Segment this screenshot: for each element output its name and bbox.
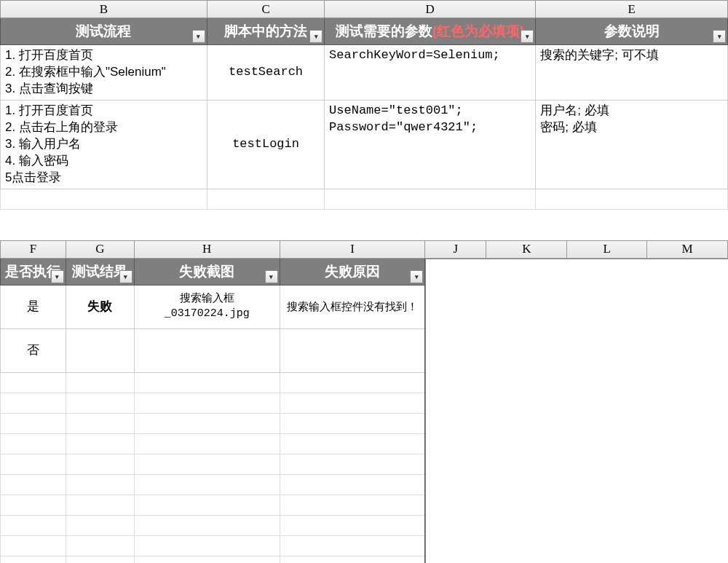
cell-params[interactable]: SearchKeyWord=Selenium;: [325, 45, 536, 101]
table-row[interactable]: 1. 打开百度首页 2. 点击右上角的登录 3. 输入用户名 4. 输入密码 5…: [1, 100, 728, 189]
cell-process[interactable]: 1. 打开百度首页 2. 点击右上角的登录 3. 输入用户名 4. 输入密码 5…: [1, 100, 207, 189]
header-desc[interactable]: 参数说明 ▾: [536, 18, 728, 45]
header-result[interactable]: 测试结果 ▾: [66, 258, 134, 285]
header-process[interactable]: 测试流程 ▾: [1, 18, 207, 45]
header-params-text: 测试需要的参数: [336, 23, 432, 39]
table-row[interactable]: 1. 打开百度首页 2. 在搜索框中输入"Selenium" 3. 点击查询按键…: [1, 45, 728, 101]
col-letter-H[interactable]: H: [134, 240, 280, 258]
filter-icon[interactable]: ▾: [521, 30, 534, 43]
cell-result[interactable]: [66, 328, 134, 372]
filter-icon[interactable]: ▾: [410, 270, 423, 283]
column-letters-row: B C D E: [1, 1, 728, 18]
cell-desc[interactable]: 用户名; 必填 密码; 必填: [536, 100, 728, 189]
header-desc-text: 参数说明: [604, 23, 660, 39]
header-method[interactable]: 脚本中的方法 ▾: [207, 18, 324, 45]
col-letter-D[interactable]: D: [325, 1, 536, 18]
col-letter-G[interactable]: G: [66, 240, 134, 258]
cell-exec[interactable]: 是: [1, 285, 66, 328]
cell-screenshot[interactable]: [134, 328, 280, 372]
cell-method[interactable]: testSearch: [207, 45, 324, 101]
col-letter-I[interactable]: I: [280, 240, 425, 258]
filter-icon[interactable]: ▾: [51, 270, 64, 283]
cell-screenshot[interactable]: 搜索输入框_03170224.jpg: [134, 285, 280, 328]
cell-exec[interactable]: 否: [1, 328, 66, 372]
header-reason-text: 失败原因: [325, 264, 380, 279]
col-letter-K[interactable]: K: [486, 240, 567, 258]
cell-params[interactable]: UseName="test001"; Password="qwer4321";: [325, 100, 536, 189]
stack-trace-text: java.lang.AssertionError: 搜索输入框控件没有找到！ a…: [425, 259, 728, 564]
col-letter-M[interactable]: M: [647, 240, 728, 258]
filter-icon[interactable]: ▾: [192, 30, 205, 43]
cell-reason[interactable]: 搜索输入框控件没有找到！: [280, 285, 425, 328]
filter-icon[interactable]: ▾: [713, 30, 726, 43]
header-reason[interactable]: 失败原因 ▾: [280, 258, 425, 285]
filter-icon[interactable]: ▾: [265, 270, 278, 283]
cell-reason[interactable]: [280, 328, 425, 372]
bottom-spreadsheet-table: F G H I J K L M 是否执行 ▾ 测试结果 ▾ 失败截图 ▾ 失败原…: [0, 240, 728, 564]
header-screenshot-text: 失败截图: [179, 264, 234, 279]
cell-desc[interactable]: 搜索的关键字; 可不填: [536, 45, 728, 101]
header-params-red-text: (红色为必填项): [432, 23, 525, 39]
header-method-text: 脚本中的方法: [224, 23, 307, 39]
bottom-header-row: 是否执行 ▾ 测试结果 ▾ 失败截图 ▾ 失败原因 ▾ java.lang.As…: [1, 258, 728, 285]
header-screenshot[interactable]: 失败截图 ▾: [134, 258, 280, 285]
col-letter-F[interactable]: F: [1, 240, 66, 258]
cell-result[interactable]: 失败: [66, 285, 134, 328]
col-letter-J[interactable]: J: [425, 240, 486, 258]
col-letter-L[interactable]: L: [567, 240, 647, 258]
col-letter-C[interactable]: C: [207, 1, 324, 18]
empty-row[interactable]: [1, 189, 728, 209]
col-letter-B[interactable]: B: [1, 1, 207, 18]
header-exec[interactable]: 是否执行 ▾: [1, 258, 66, 285]
filter-icon[interactable]: ▾: [119, 270, 132, 283]
cell-process[interactable]: 1. 打开百度首页 2. 在搜索框中输入"Selenium" 3. 点击查询按键: [1, 45, 207, 101]
header-process-text: 测试流程: [76, 23, 131, 39]
top-spreadsheet-table: B C D E 测试流程 ▾ 脚本中的方法 ▾ 测试需要的参数(红色为必填项) …: [0, 0, 728, 210]
column-letters-row: F G H I J K L M: [1, 240, 728, 258]
filter-icon[interactable]: ▾: [309, 30, 323, 43]
cell-method[interactable]: testLogin: [207, 100, 324, 189]
stack-trace-cell[interactable]: java.lang.AssertionError: 搜索输入框控件没有找到！ a…: [425, 258, 728, 563]
top-header-row: 测试流程 ▾ 脚本中的方法 ▾ 测试需要的参数(红色为必填项) ▾ 参数说明 ▾: [1, 18, 728, 45]
col-letter-E[interactable]: E: [536, 1, 728, 18]
header-params[interactable]: 测试需要的参数(红色为必填项) ▾: [325, 18, 536, 45]
